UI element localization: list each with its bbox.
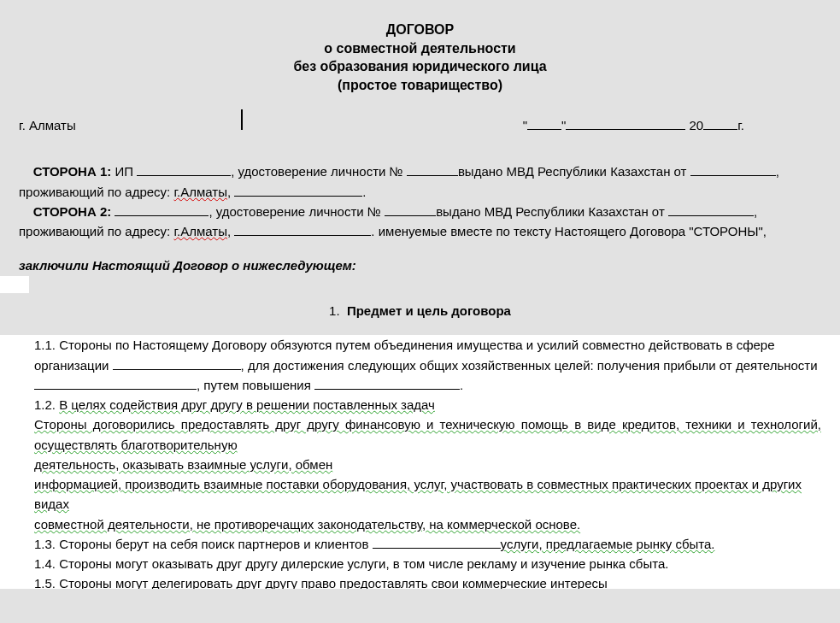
c1-1b: , для достижения следующих общих хозяйст… (241, 358, 818, 373)
comma-2: , (227, 224, 234, 238)
c1-3b: услуги, предлагаемые рынку сбыта. (501, 537, 715, 551)
c1-2f: совместной деятельности, не противоречащ… (34, 517, 580, 532)
white-gap (0, 276, 29, 293)
title-block: ДОГОВОР о совместной деятельности без об… (19, 21, 821, 94)
city-date-row: г. Алматы "" 20г. (19, 109, 821, 132)
c1-3-blank (373, 536, 501, 549)
clause-1-5-cut: 1.5. Стороны могут делегировать друг дру… (34, 573, 821, 589)
clause-1-3: 1.3. Стороны берут на себя поиск партнер… (34, 534, 821, 554)
city-wavy-2: г.Алматы (173, 224, 227, 238)
text-cursor (241, 109, 243, 130)
date-fields: "" 20г. (523, 117, 821, 132)
title-line-4: (простое товарищество) (19, 76, 821, 95)
c1-1-blank3 (314, 377, 460, 390)
p1-name-blank (137, 163, 231, 176)
dot-1: . (362, 185, 366, 199)
title-line-3: без образования юридического лица (19, 57, 821, 76)
clause-1-2-l5: совместной деятельности, не противоречащ… (34, 514, 821, 534)
section-1-heading: 1. Предмет и цель договора (19, 303, 821, 318)
p2-name-blank (115, 203, 209, 216)
named-together: именуемые вместе по тексту Настоящего До… (375, 224, 767, 238)
comma-1: , (227, 185, 234, 199)
party1-label: СТОРОНА 1: (33, 164, 112, 179)
month-blank (566, 117, 685, 130)
city-wavy-1: г.Алматы (173, 185, 227, 199)
p1-addr-blank (234, 183, 362, 196)
c1-2d: деятельность, оказывать взаимные услуги,… (34, 457, 332, 472)
c1-2c: Стороны договорились предоставлять друг … (34, 417, 821, 451)
p2-addr-blank (234, 223, 371, 236)
c1-3a: 1.3. Стороны берут на себя поиск партнер… (34, 537, 373, 551)
ip-label: ИП (111, 164, 137, 179)
title-line-2: о совместной деятельности (19, 39, 821, 58)
clause-1-2-l2: Стороны договорились предоставлять друг … (34, 414, 821, 455)
parties-block: СТОРОНА 1: ИП , удостоверение личности №… (19, 162, 821, 241)
body-text: 1.1. Стороны по Настоящему Договору обяз… (0, 335, 840, 589)
year-prefix: 20 (685, 118, 703, 132)
year-blank (703, 117, 737, 130)
title-line-1: ДОГОВОР (19, 21, 821, 39)
p1-idnum-blank (407, 163, 458, 176)
vydano-label: выдано МВД Республики Казахстан от (458, 164, 690, 179)
vydano-label-2: выдано МВД Республики Казахстан от (436, 204, 668, 219)
year-suffix: г. (737, 118, 744, 132)
c1-1-blank1 (113, 356, 241, 369)
p2-idnum-blank (385, 203, 436, 216)
c1-2a: 1.2. (34, 397, 59, 412)
section-num: 1. (329, 303, 340, 318)
p2-date-blank (668, 203, 754, 216)
p1-date-blank (690, 163, 776, 176)
c1-2e: информацией, производить взаимные постав… (34, 477, 802, 511)
day-blank (527, 117, 561, 130)
clause-1-2-l4: информацией, производить взаимные постав… (34, 474, 821, 514)
concluded-line: заключили Настоящий Договор о нижеследую… (19, 258, 821, 273)
udost-label-2: , удостоверение личности № (209, 204, 385, 219)
party2-label: СТОРОНА 2: (33, 204, 112, 219)
clause-1-2-l1: 1.2. В целях содействия друг другу в реш… (34, 395, 821, 414)
c1-2b: В целях содействия друг другу в решении … (59, 397, 435, 412)
city-label: г. Алматы (19, 118, 239, 132)
clause-1-1: 1.1. Стороны по Настоящему Договору обяз… (34, 335, 821, 395)
document-page: ДОГОВОР о совместной деятельности без об… (0, 0, 840, 623)
section-title: Предмет и цель договора (347, 303, 511, 318)
body-white-block: 1.1. Стороны по Настоящему Договору обяз… (0, 335, 840, 589)
clause-1-2-l3: деятельность, оказывать взаимные услуги,… (34, 455, 821, 474)
clause-1-4: 1.4. Стороны могут оказывать друг другу … (34, 554, 821, 573)
c1-1c: , путем повышения (197, 378, 314, 392)
c1-1-blank2 (34, 377, 197, 390)
udost-label: , удостоверение личности № (231, 164, 407, 179)
c1-1d: . (460, 378, 463, 392)
